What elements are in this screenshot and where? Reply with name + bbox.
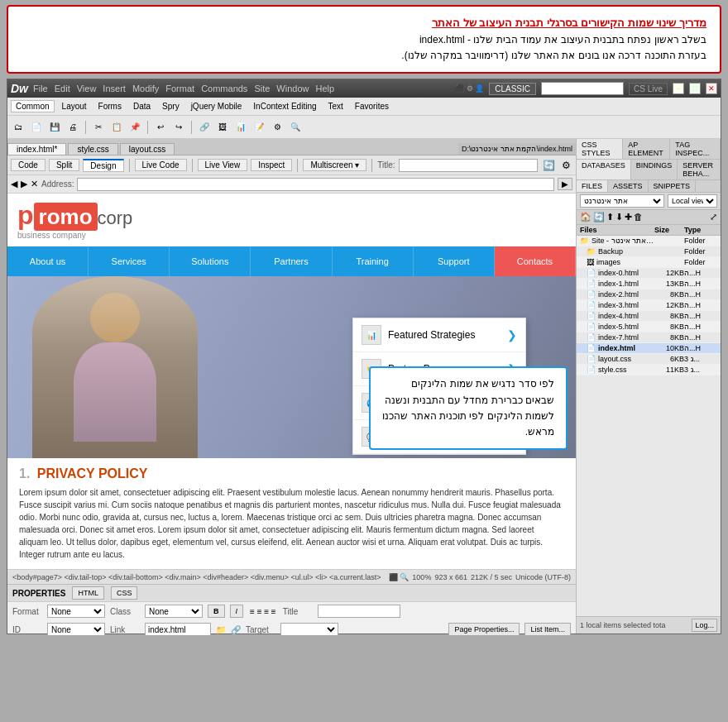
menu-site[interactable]: Site xyxy=(254,84,270,93)
menu-file[interactable]: File xyxy=(33,84,48,93)
format-select[interactable]: None xyxy=(47,605,105,618)
title-input[interactable] xyxy=(399,159,538,172)
refresh-icon[interactable]: 🔄 xyxy=(543,160,555,171)
file-row-index7[interactable]: 📄 index-7.html 8KB ה...H xyxy=(577,332,721,343)
file-mgmt-icon[interactable]: ⚙ xyxy=(562,160,571,171)
tab-favorites[interactable]: Favorites xyxy=(351,101,393,112)
nav-partners[interactable]: Partners xyxy=(251,246,332,276)
page-props-btn[interactable]: Page Properties... xyxy=(448,623,520,636)
toolbar-icon-8[interactable]: ↩ xyxy=(153,120,168,135)
file-action-delete[interactable]: 🗑 xyxy=(634,212,643,222)
live-view-btn[interactable]: Live View xyxy=(198,159,248,171)
file-row-index4[interactable]: 📄 index-4.html 8KB ה...H xyxy=(577,311,721,322)
inspect-btn[interactable]: Inspect xyxy=(251,159,292,171)
file-row-site[interactable]: 📁 Site - הקמת אתר אינטר... Folder xyxy=(577,236,721,246)
file-row-style[interactable]: 📄 style.css 11KB 3 ג... xyxy=(577,365,721,375)
site-select[interactable]: אתר אינטרנט xyxy=(580,194,664,208)
file-row-layout[interactable]: 📄 layout.css 6KB 3 ג... xyxy=(577,354,721,365)
italic-btn[interactable]: I xyxy=(230,605,244,618)
link-browse-icon[interactable]: 📁 xyxy=(216,625,226,634)
css-mode-btn[interactable]: CSS xyxy=(111,586,138,600)
nav-forward[interactable]: ▶ xyxy=(21,179,27,189)
toolbar-icon-10[interactable]: 🔗 xyxy=(197,120,212,135)
nav-services[interactable]: Services xyxy=(89,246,170,276)
title-input-prop[interactable] xyxy=(318,605,400,618)
menu-window[interactable]: Window xyxy=(276,84,309,93)
file-row-images[interactable]: 🖼 images Folder xyxy=(577,257,721,268)
class-select[interactable]: None xyxy=(145,605,203,618)
nav-training[interactable]: Training xyxy=(333,246,414,276)
file-action-expand[interactable]: ⤢ xyxy=(710,212,717,222)
toolbar-icon-3[interactable]: 💾 xyxy=(47,120,62,135)
dropdown-featured-strategies[interactable]: 📊 Featured Strategies ❯ xyxy=(353,318,525,352)
maximize-button[interactable]: □ xyxy=(689,83,701,94)
file-row-index[interactable]: 📄 index.html 10KB ה...H xyxy=(577,343,721,354)
file-row-backup[interactable]: 📁 Backup Folder xyxy=(577,246,721,257)
tab-snippets[interactable]: SNIPPETS xyxy=(649,180,697,192)
file-row-index1[interactable]: 📄 index-1.html 13KB ה...H xyxy=(577,279,721,289)
minimize-button[interactable]: − xyxy=(673,83,684,94)
link-input[interactable] xyxy=(145,623,211,636)
design-view-btn[interactable]: Design xyxy=(83,159,123,172)
tab-files[interactable]: FILES xyxy=(577,180,608,192)
tab-assets[interactable]: ASSETS xyxy=(608,180,649,192)
multiscreen-btn[interactable]: Multiscreen ▾ xyxy=(303,159,366,171)
nav-stop[interactable]: ✕ xyxy=(31,179,38,189)
toolbar-icon-9[interactable]: ↪ xyxy=(171,120,186,135)
address-go[interactable]: ▶ xyxy=(558,178,572,190)
tab-bindings[interactable]: BINDINGS xyxy=(631,160,678,179)
view-select[interactable]: Local view xyxy=(668,194,717,208)
toolbar-icon-1[interactable]: 🗂 xyxy=(11,120,26,135)
tab-layout[interactable]: Layout xyxy=(58,101,91,112)
address-input[interactable]: file:///D:/הקמת אתר אינטרנט/index.html xyxy=(77,178,554,191)
file-action-home[interactable]: 🏠 xyxy=(580,212,592,222)
menu-help[interactable]: Help xyxy=(315,84,334,93)
menu-insert[interactable]: Insert xyxy=(103,84,126,93)
nav-solutions[interactable]: Solutions xyxy=(170,246,251,276)
file-action-refresh[interactable]: 🔄 xyxy=(593,212,605,222)
log-btn[interactable]: Log... xyxy=(692,619,717,632)
tab-server-behavior[interactable]: SERVER BEHA... xyxy=(678,160,721,179)
menu-edit[interactable]: Edit xyxy=(55,84,70,93)
tab-text[interactable]: Text xyxy=(324,101,347,112)
file-action-up[interactable]: ⬆ xyxy=(606,212,614,222)
tab-databases[interactable]: DATABASES xyxy=(577,160,631,179)
file-tab-index[interactable]: index.html* xyxy=(7,143,66,155)
tab-data[interactable]: Data xyxy=(129,101,155,112)
toolbar-icon-2[interactable]: 📄 xyxy=(29,120,44,135)
file-tab-style[interactable]: style.css xyxy=(68,143,117,155)
menu-modify[interactable]: Modify xyxy=(132,84,159,93)
bold-btn[interactable]: B xyxy=(208,605,225,618)
menu-format[interactable]: Format xyxy=(165,84,194,93)
nav-back[interactable]: ◀ xyxy=(11,179,17,189)
html-mode-btn[interactable]: HTML xyxy=(72,586,104,600)
split-view-btn[interactable]: Split xyxy=(49,159,79,171)
toolbar-icon-13[interactable]: 📝 xyxy=(251,120,266,135)
list-item-btn[interactable]: List Item... xyxy=(524,623,571,636)
code-view-btn[interactable]: Code xyxy=(11,159,46,171)
toolbar-icon-4[interactable]: 🖨 xyxy=(65,120,80,135)
classic-badge[interactable]: CLASSIC xyxy=(489,83,536,95)
tab-incontext[interactable]: InContext Editing xyxy=(249,101,320,112)
tab-common[interactable]: Common xyxy=(11,100,55,112)
nav-support[interactable]: Support xyxy=(414,246,495,276)
toolbar-icon-15[interactable]: 🔍 xyxy=(288,120,303,135)
file-action-sync[interactable]: ⬇ xyxy=(615,212,623,222)
nav-contacts[interactable]: Contacts xyxy=(495,246,576,276)
link-chain-icon[interactable]: 🔗 xyxy=(231,625,241,634)
search-input[interactable] xyxy=(541,82,624,95)
toolbar-icon-14[interactable]: ⚙ xyxy=(270,120,285,135)
target-select[interactable] xyxy=(280,623,338,636)
toolbar-icon-6[interactable]: 📋 xyxy=(109,120,124,135)
menu-view[interactable]: View xyxy=(77,84,97,93)
file-row-index5[interactable]: 📄 index-5.html 8KB ה...H xyxy=(577,322,721,332)
live-code-btn[interactable]: Live Code xyxy=(135,159,187,171)
close-button[interactable]: ✕ xyxy=(706,83,717,94)
file-tab-layout[interactable]: layout.css xyxy=(120,143,175,155)
nav-about[interactable]: About us xyxy=(7,246,89,276)
file-row-index0[interactable]: 📄 index-0.html 12KB ה...H xyxy=(577,268,721,279)
toolbar-icon-7[interactable]: 📌 xyxy=(127,120,142,135)
tab-tag-inspector[interactable]: TAG INSPEC... xyxy=(670,139,721,159)
tab-css-styles[interactable]: CSS STYLES xyxy=(577,139,623,159)
file-action-new[interactable]: ✚ xyxy=(625,212,632,222)
